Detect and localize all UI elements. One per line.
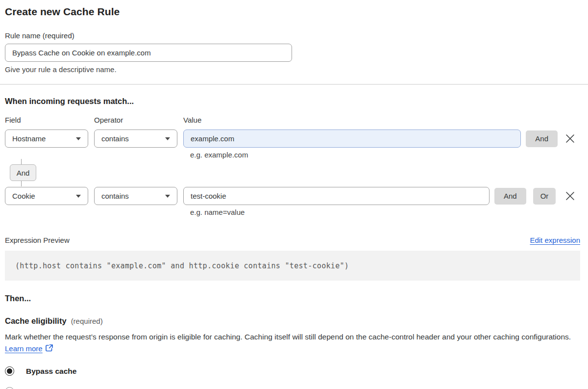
rule-name-helper: Give your rule a descriptive name.	[5, 65, 580, 74]
field-select[interactable]: Cookie	[5, 187, 88, 205]
bypass-cache-radio[interactable]: Bypass cache	[5, 366, 580, 376]
value-helper: e.g. name=value	[190, 208, 580, 216]
value-helper: e.g. example.com	[190, 151, 580, 159]
value-input[interactable]	[183, 187, 490, 205]
chevron-down-icon	[76, 137, 81, 140]
create-cache-rule-form: Create new Cache Rule Rule name (require…	[0, 0, 588, 389]
radio-icon	[5, 366, 14, 376]
connector-line	[21, 159, 22, 164]
or-button[interactable]: Or	[533, 188, 556, 205]
field-select-value: Hostname	[12, 134, 46, 143]
remove-condition-button[interactable]	[565, 191, 575, 201]
operator-select-value: contains	[101, 192, 129, 200]
operator-select[interactable]: contains	[94, 130, 177, 148]
match-row: Cookie contains And Or	[5, 187, 580, 205]
match-column-labels: Field Operator Value	[5, 116, 580, 124]
learn-more-link[interactable]: Learn more	[5, 344, 43, 353]
and-button[interactable]: And	[526, 130, 558, 147]
rule-name-label: Rule name (required)	[5, 31, 580, 40]
chevron-down-icon	[165, 195, 170, 198]
cache-eligibility-description: Mark whether the request’s response from…	[5, 331, 573, 356]
match-heading: When incoming requests match...	[5, 97, 580, 106]
close-icon	[565, 133, 575, 144]
radio-label: Bypass cache	[26, 367, 76, 376]
chevron-down-icon	[76, 195, 81, 198]
connector-and-button[interactable]: And	[10, 164, 36, 181]
external-link-icon	[45, 344, 53, 356]
connector-line	[21, 181, 22, 186]
cache-eligibility-title: Cache eligibility	[5, 316, 67, 326]
operator-select-value: contains	[101, 134, 129, 143]
expression-code: (http.host contains "example.com" and ht…	[15, 261, 349, 270]
radio-label: Eligible for cache	[26, 388, 84, 389]
row-connector: And	[10, 159, 36, 186]
expression-header: Expression Preview Edit expression	[5, 236, 580, 244]
expression-preview-label: Expression Preview	[5, 236, 70, 244]
rule-name-section: Rule name (required) Give your rule a de…	[5, 31, 580, 74]
field-select-value: Cookie	[12, 192, 35, 200]
value-column-label: Value	[183, 116, 580, 124]
then-heading: Then...	[5, 294, 580, 303]
description-text: Mark whether the request’s response from…	[5, 333, 571, 341]
field-select[interactable]: Hostname	[5, 130, 88, 148]
rule-name-input[interactable]	[5, 44, 292, 62]
radio-icon	[5, 387, 14, 389]
page-title: Create new Cache Rule	[5, 6, 580, 18]
value-input[interactable]	[183, 130, 521, 148]
match-row: Hostname contains And	[5, 130, 580, 148]
operator-column-label: Operator	[94, 116, 183, 124]
required-note: (required)	[71, 317, 103, 325]
close-icon	[565, 191, 575, 201]
section-divider	[0, 84, 588, 85]
chevron-down-icon	[165, 137, 170, 140]
edit-expression-link[interactable]: Edit expression	[530, 236, 580, 244]
cache-eligibility-header: Cache eligibility (required)	[5, 316, 580, 326]
remove-condition-button[interactable]	[565, 133, 575, 144]
eligible-for-cache-radio[interactable]: Eligible for cache	[5, 387, 580, 389]
field-column-label: Field	[5, 116, 94, 124]
operator-select[interactable]: contains	[94, 187, 177, 205]
expression-preview-box: (http.host contains "example.com" and ht…	[5, 251, 580, 281]
and-button[interactable]: And	[494, 188, 526, 205]
